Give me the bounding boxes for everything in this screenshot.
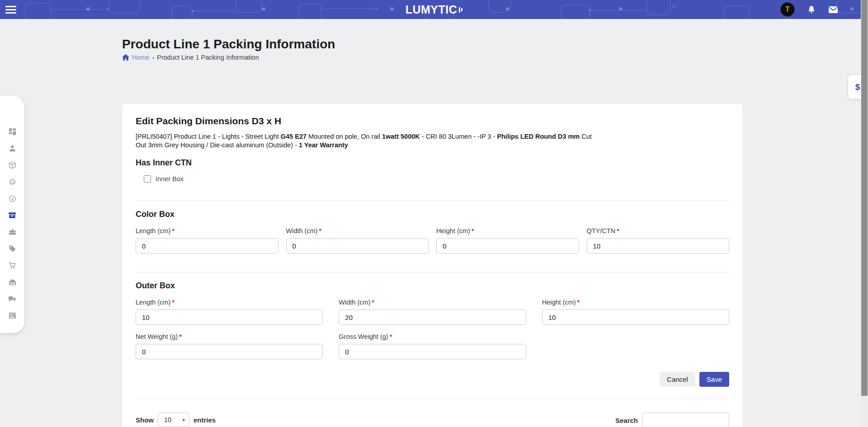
form-actions: Cancel Save: [136, 372, 729, 387]
outer-box-fields-row2: Net Weight (g)* Gross Weight (g)*: [136, 333, 729, 359]
color-box-heading: Color Box: [136, 210, 729, 219]
form-window-icon: [9, 312, 16, 319]
section-divider: [136, 399, 729, 399]
outerbox-height-input[interactable]: [542, 310, 729, 325]
required-marker: *: [372, 299, 374, 306]
field-label: QTY/CTN: [587, 227, 616, 235]
save-button[interactable]: Save: [699, 372, 729, 387]
users-icon: [9, 145, 16, 152]
entries-label: entries: [193, 416, 216, 424]
breadcrumb-current: Product Line 1 Packing Information: [157, 54, 259, 61]
packing-archive-icon: [8, 211, 16, 219]
breadcrumb-separator: ›: [152, 54, 154, 61]
field-colorbox-qty: QTY/CTN*: [587, 227, 730, 253]
quality-check-icon: [9, 195, 16, 202]
field-label: Width (cm): [339, 299, 370, 306]
required-marker: *: [172, 299, 175, 306]
field-outerbox-length: Length (cm)*: [136, 299, 323, 325]
net-weight-input[interactable]: [136, 344, 323, 359]
field-colorbox-width: Width (cm)*: [286, 227, 429, 253]
search-input[interactable]: [642, 413, 729, 427]
card-heading: Edit Packing Dimensions D3 x H: [136, 116, 729, 127]
tag-icon: [9, 245, 16, 253]
sidebar-item-users[interactable]: [8, 145, 16, 152]
required-marker: *: [179, 333, 182, 340]
field-outerbox-net-weight: Net Weight (g)*: [136, 333, 323, 359]
field-outerbox-height: Height (cm)*: [542, 299, 729, 325]
field-outerbox-gross-weight: Gross Weight (g)*: [339, 333, 526, 359]
outerbox-length-input[interactable]: [136, 310, 323, 325]
colorbox-height-input[interactable]: [436, 238, 579, 253]
cancel-button[interactable]: Cancel: [660, 372, 695, 387]
topbar-actions: T: [780, 0, 838, 19]
inner-ctn-heading: Has Inner CTN: [136, 158, 729, 168]
show-label: Show: [136, 416, 154, 424]
services-gear-icon: [9, 178, 16, 186]
packing-form-card: Edit Packing Dimensions D3 x H [PRLI5040…: [122, 104, 743, 427]
sidebar-item-forms[interactable]: [8, 312, 16, 319]
outer-box-fields-row1: Length (cm)* Width (cm)* Height (cm)*: [136, 299, 729, 325]
sidebar-item-toolbox[interactable]: [8, 228, 16, 236]
notifications-bell-icon[interactable]: [807, 5, 816, 14]
search-group: Search: [615, 413, 729, 427]
required-marker: *: [617, 227, 619, 235]
avatar[interactable]: T: [780, 2, 795, 17]
field-outerbox-width: Width (cm)*: [339, 299, 526, 325]
sidebar-item-tags[interactable]: [8, 245, 16, 253]
inner-box-checkbox[interactable]: [144, 175, 151, 183]
field-label: Height (cm): [542, 299, 576, 306]
breadcrumb-home-link[interactable]: Home: [132, 54, 150, 61]
show-entries-group: Show 10 ▾ entries: [136, 413, 216, 427]
colorbox-qty-input[interactable]: [587, 238, 730, 253]
sidebar-item-products[interactable]: [8, 161, 16, 169]
field-label: Length (cm): [136, 227, 170, 235]
breadcrumb: Home › Product Line 1 Packing Informatio…: [122, 54, 259, 61]
topbar: « « » « » « LUMYTIC T: [0, 0, 868, 19]
inner-box-label[interactable]: Inner Box: [156, 175, 184, 183]
toolbox-icon: [9, 228, 16, 236]
sidebar-item-shipping[interactable]: [8, 295, 16, 303]
messages-mail-icon[interactable]: [828, 5, 838, 14]
color-box-fields: Length (cm)* Width (cm)* Height (cm)* QT…: [136, 227, 729, 253]
page-scrollbar: [861, 0, 868, 427]
field-colorbox-height: Height (cm)*: [436, 227, 579, 253]
field-label: Length (cm): [136, 299, 170, 306]
section-divider: [136, 201, 729, 201]
sidebar: [0, 96, 24, 333]
home-icon: [122, 54, 129, 61]
gross-weight-input[interactable]: [339, 344, 526, 359]
sidebar-item-quality[interactable]: [8, 195, 16, 202]
app-logo: LUMYTIC: [0, 0, 868, 19]
required-marker: *: [319, 227, 322, 235]
required-marker: *: [472, 227, 474, 235]
inner-box-checkbox-row: Inner Box: [144, 175, 729, 183]
list-controls: Show 10 ▾ entries Search: [136, 413, 729, 427]
warehouse-icon: [9, 278, 16, 286]
search-label: Search: [615, 417, 638, 424]
sidebar-item-services[interactable]: [8, 178, 16, 186]
dollar-icon: $: [855, 82, 860, 92]
sidebar-item-packing[interactable]: [8, 211, 16, 219]
required-marker: *: [577, 299, 580, 306]
truck-icon: [8, 296, 16, 302]
field-label: Net Weight (g): [136, 333, 178, 340]
field-colorbox-length: Length (cm)*: [136, 227, 278, 253]
logo-mark-icon: [458, 5, 462, 14]
colorbox-length-input[interactable]: [136, 238, 278, 253]
outer-box-heading: Outer Box: [136, 281, 729, 291]
sidebar-item-dashboard[interactable]: [8, 128, 16, 136]
sidebar-item-warehouse[interactable]: [8, 278, 16, 286]
scrollbar-thumb[interactable]: [861, 0, 868, 396]
field-label: Width (cm): [286, 227, 318, 235]
package-icon: [9, 161, 16, 169]
cart-icon: [9, 262, 16, 269]
app-logo-text: LUMYTIC: [406, 3, 458, 16]
dashboard-icon: [9, 128, 16, 136]
page-size-value: 10: [164, 416, 171, 423]
page-size-select[interactable]: 10 ▾: [158, 413, 189, 427]
required-marker: *: [390, 333, 392, 340]
sidebar-item-orders[interactable]: [8, 262, 16, 269]
colorbox-width-input[interactable]: [286, 238, 429, 253]
outerbox-width-input[interactable]: [339, 310, 526, 325]
chevron-down-icon: ▾: [182, 417, 185, 423]
